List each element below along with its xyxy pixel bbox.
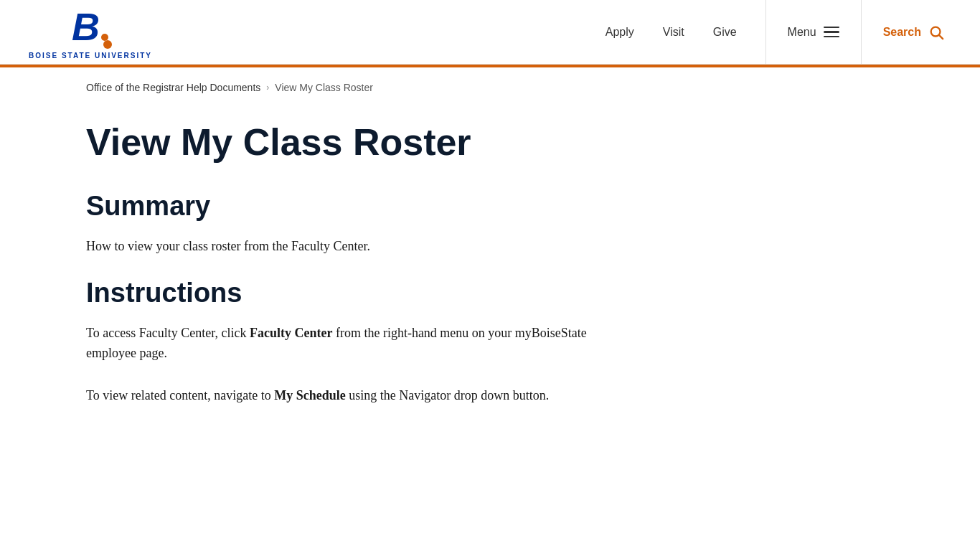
breadcrumb: Office of the Registrar Help Documents ›… [0, 67, 980, 108]
instructions-para2-after: using the Navigator drop down button. [346, 388, 549, 402]
instructions-para-1: To access Faculty Center, click Faculty … [86, 323, 603, 364]
instructions-para1-bold: Faculty Center [250, 326, 332, 340]
search-icon [928, 24, 944, 40]
primary-nav: Apply Visit Give [606, 26, 765, 39]
menu-label: Menu [788, 26, 816, 39]
instructions-para1-before: To access Faculty Center, click [86, 326, 250, 340]
visit-link[interactable]: Visit [663, 26, 684, 39]
instructions-heading: Instructions [86, 278, 603, 309]
give-link[interactable]: Give [713, 26, 737, 39]
search-area: Search [861, 0, 951, 65]
apply-link[interactable]: Apply [606, 26, 634, 39]
breadcrumb-home[interactable]: Office of the Registrar Help Documents [86, 82, 260, 93]
instructions-para2-before: To view related content, navigate to [86, 388, 274, 402]
summary-heading: Summary [86, 192, 603, 222]
site-header: B BOISE STATE UNIVERSITY Apply Visit Giv… [0, 0, 980, 65]
university-name: BOISE STATE UNIVERSITY [29, 52, 152, 60]
summary-text: How to view your class roster from the F… [86, 236, 603, 257]
search-button[interactable]: Search [883, 24, 944, 40]
nav-right: Apply Visit Give Menu Search [606, 0, 951, 65]
instructions-para-2: To view related content, navigate to My … [86, 385, 603, 406]
svg-line-3 [939, 35, 943, 39]
menu-area: Menu [765, 0, 861, 65]
page-title: View My Class Roster [86, 122, 603, 163]
svg-text:B: B [72, 5, 100, 44]
svg-point-1 [101, 34, 108, 41]
breadcrumb-chevron-icon: › [266, 83, 269, 93]
breadcrumb-current: View My Class Roster [275, 82, 373, 93]
search-label: Search [883, 26, 921, 39]
logo[interactable]: B BOISE STATE UNIVERSITY [29, 4, 152, 60]
menu-button[interactable]: Menu [788, 26, 839, 39]
hamburger-icon [824, 27, 839, 38]
instructions-para2-bold: My Schedule [274, 388, 346, 402]
main-content: View My Class Roster Summary How to view… [0, 108, 689, 471]
logo-icon: B [72, 4, 109, 50]
